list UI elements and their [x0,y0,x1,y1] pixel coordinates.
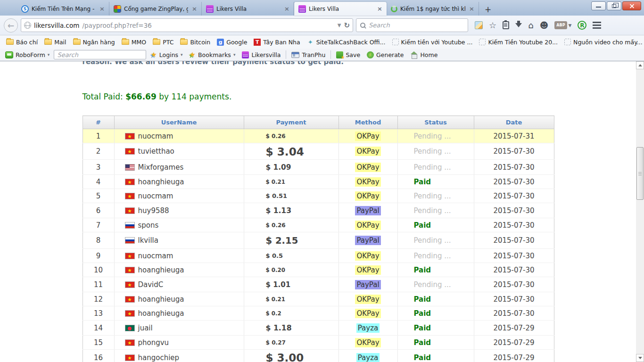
bookmark-item[interactable]: Kiếm tiền với Youtube ... [389,37,476,47]
home-icon[interactable]: ⌂ [528,21,533,30]
table-row[interactable]: 5★nuocmam$ 0.51OKPayPending ...2015-07-3… [83,189,554,203]
tab-close-icon[interactable]: × [468,5,475,12]
table-row[interactable]: 13★hoanghieuga$ 0.2OKPayPaid2015-07-30 [83,306,554,321]
roboform-search-input[interactable]: Search [54,50,146,59]
minimize-button[interactable] [591,1,606,10]
bookmark-item[interactable]: ✦SiteTalkCashBack Offi... [304,37,389,47]
payment-method: OKPay [339,189,397,203]
roboform-likersvilla-button[interactable]: Likersvilla [239,50,283,59]
bookmark-item[interactable]: Nguồn video cho mấy... [561,37,644,47]
username-cell: ★nuocmam [114,189,244,203]
close-button[interactable] [622,1,641,10]
clipboard-icon[interactable] [503,21,509,29]
scrollbar-thumb[interactable] [636,147,644,200]
method-badge: OKPay [355,309,380,318]
table-row[interactable]: 2★tuvietthao$ 3.04OKPayPending ...2015-0… [83,143,554,160]
tab-title: Cổng game ZingPlay, gam... [124,6,188,12]
bookmark-item[interactable]: Kiếm Tiền Youtube 20... [476,37,561,47]
table-row[interactable]: 11★DavidC$ 1.01PayPalPending ...2015-07-… [83,277,554,292]
tbn-icon: T [254,39,261,46]
status-text: Pending ... [414,252,451,260]
search-box[interactable]: Search [356,18,468,32]
roboform-home-button[interactable]: Home [408,50,440,59]
table-row[interactable]: 14juail$ 1.18PayzaPaid2015-07-29 [83,321,554,336]
table-row[interactable]: 12★hoanghieuga$ 0.21OKPayPaid2015-07-30 [83,292,554,306]
payment-method: PayPal [339,203,397,218]
status-text: Pending ... [414,192,451,200]
date-cell: 2015-07-30 [474,143,554,160]
restore-button[interactable] [607,1,621,10]
downloads-icon[interactable] [515,23,522,31]
browser-tab[interactable]: SKiếm Tiền Trên Mạng - Ma...× [17,2,109,16]
username-text: hoanghieuga [138,309,184,318]
bookmark-star-icon[interactable]: ☆ [489,21,496,30]
table-row[interactable]: 1★nuocmam$ 0.26OKPayPending ...2015-07-3… [83,129,554,143]
extension-page-icon[interactable] [475,21,483,29]
status-text: Paid [414,295,431,304]
scroll-down-button[interactable] [636,354,644,362]
bookmark-item[interactable]: Ngân hàng [70,37,118,47]
column-header[interactable]: Method [339,116,397,129]
smiley-extension-icon[interactable]: ☻ [540,21,549,30]
username-cell: ★DavidC [114,277,244,292]
browser-tab[interactable]: Cổng game ZingPlay, gam...× [109,2,202,16]
table-row[interactable]: 6★huy9588$ 1.13PayPalPending ...2015-07-… [83,203,554,218]
table-row[interactable]: 15★phongvu$ 0.27OKPayPaid2015-07-29 [83,336,554,350]
table-row[interactable]: 9★nuocmam$ 0.5OKPayPending ...2015-07-30 [83,249,554,263]
globe-icon [24,22,31,29]
roboform-bookmarks-button[interactable]: ★Bookmarks▾ [187,50,238,59]
bookmark-item[interactable]: PTC [149,37,177,47]
bookmark-item[interactable]: MMO [118,37,149,47]
roboform-generate-button[interactable]: Generate [364,50,406,59]
table-row[interactable]: 16★hangochiep$ 3.00PayzaPaid2015-07-29 [83,350,554,362]
bookmark-item[interactable]: TTây Ban Nha [250,37,303,47]
tab-close-icon[interactable]: × [376,5,383,12]
column-header[interactable]: UserName [114,116,244,129]
url-bar[interactable]: likersvilla.com /payproof.php?ref=36 ▼ ↻ [21,18,353,32]
bookmark-label: Kiếm Tiền Youtube 20... [488,39,558,46]
roboform-roboform-button[interactable]: RoboForm▾ [3,50,52,59]
bookmark-item[interactable]: Bitcoin [177,37,214,47]
adblock-button[interactable]: ABP ▼ [554,21,571,29]
roboform-save-button[interactable]: Save [334,50,363,59]
browser-tab[interactable]: Likers Villa× [294,2,387,16]
table-row[interactable]: 10★hoanghieuga$ 0.20OKPayPaid2015-07-30 [83,263,554,277]
browser-tab[interactable]: Kiếm 1$ ngay tức thì khôn...× [387,2,479,16]
back-button[interactable]: ← [4,18,18,33]
column-header[interactable]: Date [474,116,554,129]
browser-tab[interactable]: Likers Villa× [202,2,294,16]
reload-button[interactable]: ↻ [344,21,350,30]
vn-flag-icon: ★ [125,354,135,361]
folder-icon [44,39,52,45]
roboform-logins-button[interactable]: ★Logins▾ [148,50,185,59]
roboform-toolbar: RoboForm▾Search★Logins▾★Bookmarks▾Likers… [0,49,644,61]
tab-close-icon[interactable]: × [99,5,106,12]
bookmark-item[interactable]: gGoogle [214,37,250,47]
restore-icon [612,4,616,8]
row-number: 12 [83,292,114,306]
chevron-down-icon: ▾ [181,52,183,57]
scroll-up-button[interactable] [636,61,644,69]
table-row[interactable]: 4★hoanghieuga$ 0.21OKPayPaid2015-07-30 [83,175,554,189]
date-cell: 2015-07-30 [474,249,554,263]
bookmark-label: SiteTalkCashBack Offi... [316,39,386,46]
table-row[interactable]: 7spons$ 0.26OKPayPaid2015-07-30 [83,218,554,232]
column-header[interactable]: Payment [244,116,339,129]
username-text: tuvietthao [138,147,174,156]
logins-star-icon: ★ [150,51,157,58]
url-history-dropdown[interactable]: ▼ [338,23,341,28]
bookmark-item[interactable]: Báo chí [3,37,41,47]
table-row[interactable]: 8lkvilla$ 2.15PayPalPending ...2015-07-3… [83,232,554,249]
table-row[interactable]: 3Mixforgames$ 1.09OKPayPending ...2015-0… [83,160,554,175]
new-tab-button[interactable]: + [481,3,495,16]
column-header[interactable]: # [83,116,114,129]
tab-close-icon[interactable]: × [283,5,290,12]
column-header[interactable]: Status [397,116,474,129]
hamburger-menu-icon[interactable] [593,22,601,29]
roboform-tranphu-button[interactable]: TranPhu [289,50,328,59]
vertical-scrollbar[interactable] [636,61,644,362]
roboform-badge-icon[interactable]: R [578,21,586,30]
tab-close-icon[interactable]: × [191,5,198,12]
status-text: Pending ... [414,147,451,156]
bookmark-item[interactable]: Mail [41,37,69,47]
